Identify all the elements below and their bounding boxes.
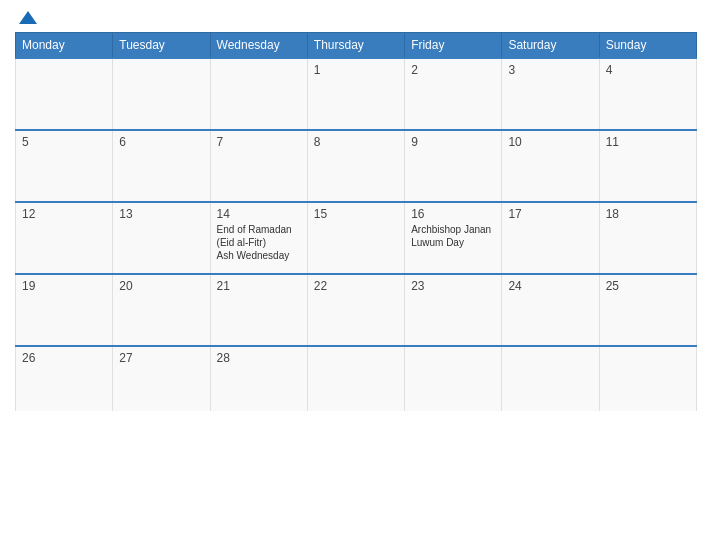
day-number: 6 <box>119 135 203 149</box>
calendar-table: MondayTuesdayWednesdayThursdayFridaySatu… <box>15 32 697 411</box>
day-number: 16 <box>411 207 495 221</box>
calendar-day-cell: 19 <box>16 274 113 346</box>
logo-flag-icon <box>19 10 37 24</box>
day-number: 13 <box>119 207 203 221</box>
calendar-week-row: 262728 <box>16 346 697 411</box>
day-number: 26 <box>22 351 106 365</box>
calendar-day-cell: 6 <box>113 130 210 202</box>
day-number: 25 <box>606 279 690 293</box>
day-number: 15 <box>314 207 398 221</box>
logo <box>15 10 39 24</box>
day-number: 9 <box>411 135 495 149</box>
day-number: 18 <box>606 207 690 221</box>
calendar-day-cell <box>502 346 599 411</box>
calendar-day-cell: 23 <box>405 274 502 346</box>
calendar-day-cell: 5 <box>16 130 113 202</box>
calendar-week-row: 121314End of Ramadan (Eid al-Fitr)Ash We… <box>16 202 697 274</box>
calendar-day-cell: 13 <box>113 202 210 274</box>
calendar-day-cell: 26 <box>16 346 113 411</box>
day-number: 12 <box>22 207 106 221</box>
calendar-day-cell: 21 <box>210 274 307 346</box>
calendar-day-cell: 22 <box>307 274 404 346</box>
calendar-day-cell: 16Archbishop Janan Luwum Day <box>405 202 502 274</box>
calendar-day-cell: 4 <box>599 58 696 130</box>
day-number: 11 <box>606 135 690 149</box>
day-number: 3 <box>508 63 592 77</box>
event-label: Ash Wednesday <box>217 249 301 262</box>
day-of-week-header: Wednesday <box>210 33 307 59</box>
day-number: 10 <box>508 135 592 149</box>
calendar-day-cell: 11 <box>599 130 696 202</box>
calendar-day-cell: 10 <box>502 130 599 202</box>
calendar-day-cell: 27 <box>113 346 210 411</box>
calendar-day-cell: 18 <box>599 202 696 274</box>
day-number: 22 <box>314 279 398 293</box>
calendar-day-cell <box>113 58 210 130</box>
day-of-week-header: Friday <box>405 33 502 59</box>
event-label: Archbishop Janan Luwum Day <box>411 223 495 249</box>
calendar-day-cell: 8 <box>307 130 404 202</box>
calendar-day-cell: 15 <box>307 202 404 274</box>
day-of-week-header: Monday <box>16 33 113 59</box>
day-number: 28 <box>217 351 301 365</box>
day-number: 20 <box>119 279 203 293</box>
day-number: 24 <box>508 279 592 293</box>
calendar-day-cell: 3 <box>502 58 599 130</box>
calendar-day-cell <box>16 58 113 130</box>
calendar-day-cell <box>405 346 502 411</box>
calendar-week-row: 1234 <box>16 58 697 130</box>
calendar-day-cell: 12 <box>16 202 113 274</box>
calendar-day-cell <box>599 346 696 411</box>
day-number: 7 <box>217 135 301 149</box>
calendar-header <box>15 10 697 24</box>
day-number: 14 <box>217 207 301 221</box>
day-number: 19 <box>22 279 106 293</box>
calendar-week-row: 19202122232425 <box>16 274 697 346</box>
day-of-week-header: Tuesday <box>113 33 210 59</box>
day-number: 1 <box>314 63 398 77</box>
day-number: 5 <box>22 135 106 149</box>
calendar-day-cell: 28 <box>210 346 307 411</box>
day-of-week-header: Sunday <box>599 33 696 59</box>
calendar-page: MondayTuesdayWednesdayThursdayFridaySatu… <box>0 0 712 550</box>
day-number: 27 <box>119 351 203 365</box>
calendar-header-row: MondayTuesdayWednesdayThursdayFridaySatu… <box>16 33 697 59</box>
calendar-day-cell: 2 <box>405 58 502 130</box>
calendar-day-cell <box>210 58 307 130</box>
calendar-day-cell: 24 <box>502 274 599 346</box>
day-of-week-header: Saturday <box>502 33 599 59</box>
day-number: 21 <box>217 279 301 293</box>
day-number: 8 <box>314 135 398 149</box>
calendar-day-cell: 1 <box>307 58 404 130</box>
day-number: 17 <box>508 207 592 221</box>
calendar-day-cell <box>307 346 404 411</box>
day-of-week-header: Thursday <box>307 33 404 59</box>
calendar-day-cell: 17 <box>502 202 599 274</box>
calendar-day-cell: 7 <box>210 130 307 202</box>
day-number: 4 <box>606 63 690 77</box>
calendar-day-cell: 25 <box>599 274 696 346</box>
calendar-day-cell: 9 <box>405 130 502 202</box>
calendar-week-row: 567891011 <box>16 130 697 202</box>
calendar-day-cell: 20 <box>113 274 210 346</box>
day-number: 23 <box>411 279 495 293</box>
event-label: End of Ramadan (Eid al-Fitr) <box>217 223 301 249</box>
calendar-day-cell: 14End of Ramadan (Eid al-Fitr)Ash Wednes… <box>210 202 307 274</box>
day-number: 2 <box>411 63 495 77</box>
